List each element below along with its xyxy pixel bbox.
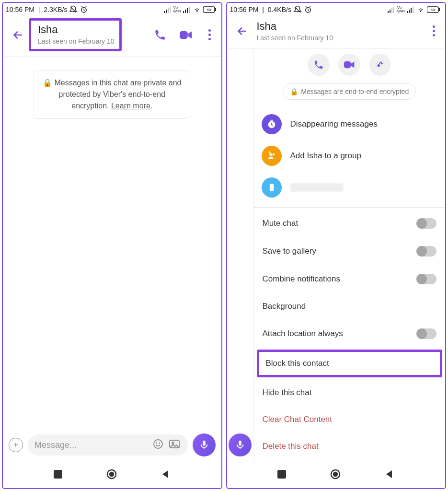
location-toggle[interactable] [417,328,437,339]
battery-icon: 58 [203,6,217,13]
svg-rect-11 [215,8,216,11]
share-action[interactable] [369,54,391,76]
contact-lastseen: Last seen on February 10 [38,37,115,45]
nav-recents[interactable] [277,470,286,479]
disappearing-label: Disappearing messages [290,119,378,129]
svg-rect-27 [407,11,408,13]
contact-header[interactable]: Isha Last seen on February 10 [255,20,423,42]
svg-rect-42 [269,184,273,191]
svg-rect-7 [187,8,188,13]
video-action[interactable] [338,54,360,76]
nav-back[interactable] [161,469,171,479]
alarm-icon [80,5,88,14]
save-row[interactable]: Save to gallery [254,237,446,265]
nav-home[interactable] [330,468,341,480]
divider [254,207,446,208]
contact-header[interactable]: Isha Last seen on February 10 [36,23,115,45]
gallery-icon[interactable] [169,438,181,452]
timer-icon [262,114,282,134]
status-bar: 10:56 PM | 0.4KB/s VoWiFi 58 [227,3,446,15]
add-group-row[interactable]: + Add Isha to a group [254,140,446,172]
contact-lastseen: Last seen on February 10 [257,34,423,42]
svg-rect-29 [411,8,412,13]
lock-icon: 🔒 [43,79,52,87]
chat-body: 🔒 Messages in this chat are private and … [3,57,221,429]
svg-rect-35 [344,61,351,68]
dnd-icon [69,5,78,14]
info-panel: 🔒 Messages are end-to-end encrypted Disa… [227,49,446,461]
clear-row[interactable]: Clear Chat Content [254,406,446,433]
message-input[interactable]: Message... [28,434,188,456]
svg-point-40 [272,153,275,156]
svg-rect-2 [166,10,167,13]
screen-chat: 10:56 PM | 2.3KB/s VoWiFi 58 [2,2,222,489]
mic-button[interactable] [193,433,216,456]
call-action[interactable] [308,54,330,76]
contact-header-highlight: Isha Last seen on February 10 [29,18,122,51]
screen-info: 10:56 PM | 0.4KB/s VoWiFi 58 [226,2,447,489]
battery-icon: 58 [427,6,440,13]
encryption-pill[interactable]: 🔒 Messages are end-to-end encrypted [283,83,416,100]
svg-rect-24 [390,10,391,13]
signal-icon [164,6,172,13]
svg-point-14 [154,440,162,448]
lock-icon: 🔒 [290,88,298,95]
svg-rect-19 [54,470,62,479]
nav-home[interactable] [106,468,117,480]
add-group-label: Add Isha to a group [290,151,361,161]
location-row[interactable]: Attach location always [254,320,446,348]
nav-back[interactable] [385,469,394,479]
voice-call-button[interactable] [153,28,167,42]
video-call-button[interactable] [179,28,193,42]
signal-icon [388,6,395,13]
svg-rect-38 [270,120,273,121]
app-bar: Isha Last seen on February 10 [3,15,221,57]
phone-icon [262,177,282,198]
svg-rect-23 [388,11,389,13]
action-row [254,49,446,83]
e2e-notice: 🔒 Messages in this chat are private and … [34,70,190,119]
mic-button[interactable] [229,433,252,456]
combine-toggle[interactable] [417,274,437,284]
phone-row[interactable] [254,172,446,203]
delete-row[interactable]: Delete this chat [254,433,446,460]
status-bar: 10:56 PM | 2.3KB/s VoWiFi 58 [3,3,221,15]
nav-recents[interactable] [54,470,62,479]
block-row[interactable]: Block this contact [259,352,440,375]
location-label: Attach location always [263,329,343,339]
vowifi-icon: VoWiFi [173,6,181,13]
more-menu-button[interactable] [429,25,438,36]
block-highlight: Block this contact [257,350,443,377]
vowifi-icon: VoWiFi [397,6,405,13]
mute-toggle[interactable] [417,218,437,229]
app-bar: Isha Last seen on February 10 [227,15,446,49]
attach-button[interactable]: + [9,438,23,452]
nav-bar [3,461,221,488]
back-button[interactable] [236,25,248,37]
combine-row[interactable]: Combine notifications [254,265,446,293]
status-net: 2.3KB/s [44,6,67,13]
background-row[interactable]: Background [254,293,446,320]
e2e-line3: encryption. [71,102,109,110]
background-label: Background [263,302,306,311]
more-menu-button[interactable] [205,29,215,40]
save-toggle[interactable] [417,246,437,257]
wifi-icon [193,6,201,13]
status-net: 0.4KB/s [268,6,291,13]
input-bar: + Message... [3,429,221,461]
svg-rect-6 [185,10,186,13]
svg-rect-30 [413,7,414,13]
hide-row[interactable]: Hide this chat [254,379,446,406]
contact-name: Isha [257,20,423,33]
status-time: 10:56 PM [6,6,34,13]
clear-label: Clear Chat Content [263,415,333,424]
svg-rect-3 [168,8,169,13]
back-button[interactable] [11,29,24,41]
disappearing-row[interactable]: Disappearing messages [254,108,446,140]
svg-text:58: 58 [207,8,211,12]
mute-row[interactable]: Mute chat [254,210,446,237]
svg-rect-43 [277,470,286,479]
learn-more-link[interactable]: Learn more [111,102,150,110]
svg-rect-1 [164,11,165,13]
emoji-icon[interactable] [152,438,164,452]
